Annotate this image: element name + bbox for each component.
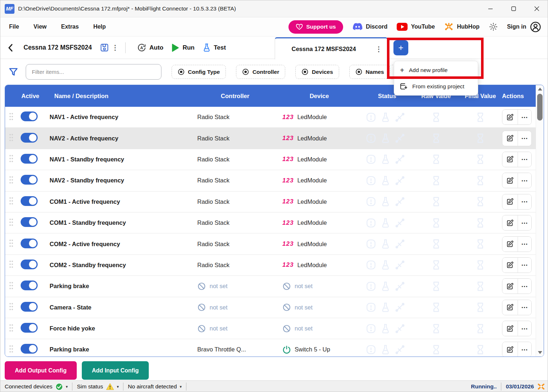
more-actions-button[interactable]: ...	[518, 110, 531, 125]
add-profile-button[interactable]: +	[393, 40, 408, 55]
drag-handle-icon[interactable]	[9, 218, 14, 227]
menu-item-add-new-profile[interactable]: + Add new profile	[394, 62, 478, 78]
active-toggle[interactable]	[21, 154, 38, 164]
config-name[interactable]: NAV1 - Active frequency	[50, 114, 193, 121]
more-actions-button[interactable]: ...	[518, 194, 531, 209]
theme-toggle-icon[interactable]	[489, 22, 498, 31]
scroll-down-icon[interactable]	[538, 351, 542, 354]
drag-handle-icon[interactable]	[9, 323, 14, 333]
menu-view[interactable]: View	[28, 21, 52, 32]
connected-devices-status[interactable]: Connected devices ▾	[0, 383, 72, 391]
youtube-link[interactable]: YouTube	[397, 23, 435, 31]
edit-config-button[interactable]	[502, 342, 518, 357]
discord-link[interactable]: Discord	[353, 23, 388, 31]
project-kebab-icon[interactable]: ⋮	[109, 43, 122, 52]
config-name[interactable]: Parking brake	[50, 346, 193, 353]
drag-handle-icon[interactable]	[9, 344, 14, 354]
auto-toggle[interactable]: A Auto	[137, 43, 164, 52]
maximize-button[interactable]	[502, 0, 525, 17]
drag-handle-icon[interactable]	[9, 281, 14, 290]
config-name[interactable]: Parking brake	[50, 283, 193, 290]
scroll-up-icon[interactable]	[538, 88, 542, 90]
test-button[interactable]: Test	[203, 43, 226, 52]
back-icon[interactable]	[8, 43, 13, 52]
more-actions-button[interactable]: ...	[518, 342, 531, 357]
active-toggle[interactable]	[21, 196, 38, 206]
drag-handle-icon[interactable]	[9, 302, 14, 311]
project-toolbar: Cessna 172 MSFS2024 ⋮ A Auto Run Test	[0, 37, 548, 59]
save-icon[interactable]	[100, 43, 109, 52]
config-name[interactable]: Force hide yoke	[50, 325, 193, 332]
active-toggle[interactable]	[21, 323, 38, 333]
edit-config-button[interactable]	[502, 131, 518, 146]
scrollbar-thumb[interactable]	[537, 94, 543, 121]
active-toggle[interactable]	[21, 344, 38, 354]
edit-config-button[interactable]	[502, 300, 518, 315]
drag-handle-icon[interactable]	[9, 175, 14, 185]
edit-config-button[interactable]	[502, 258, 518, 273]
active-toggle[interactable]	[21, 217, 38, 227]
minimize-button[interactable]	[479, 0, 502, 17]
edit-config-button[interactable]	[502, 194, 518, 209]
active-toggle[interactable]	[21, 175, 38, 185]
config-name[interactable]: NAV1 - Standby frequency	[50, 156, 193, 163]
run-button[interactable]: Run	[171, 43, 194, 52]
drag-handle-icon[interactable]	[9, 133, 14, 142]
drag-handle-icon[interactable]	[9, 112, 14, 121]
more-actions-button[interactable]: ...	[518, 258, 531, 273]
vertical-scrollbar[interactable]	[536, 85, 544, 357]
config-name[interactable]: COM1 - Standby frequency	[50, 219, 193, 226]
sim-status[interactable]: Sim status ▾	[72, 383, 123, 390]
add-input-config-button[interactable]: Add Input Config	[82, 361, 149, 380]
filter-chip-controller[interactable]: Controller	[236, 65, 285, 79]
menu-item-from-existing-project[interactable]: From existing project	[394, 78, 478, 94]
active-toggle[interactable]	[21, 239, 38, 248]
more-actions-button[interactable]: ...	[518, 321, 531, 336]
more-actions-button[interactable]: ...	[518, 300, 531, 315]
hubhop-link[interactable]: HubHop	[444, 22, 479, 31]
menu-file[interactable]: File	[3, 21, 25, 32]
menu-help[interactable]: Help	[88, 21, 112, 32]
active-toggle[interactable]	[21, 281, 38, 290]
config-name[interactable]: NAV2 - Active frequency	[50, 135, 193, 142]
more-actions-button[interactable]: ...	[518, 173, 531, 188]
edit-config-button[interactable]	[502, 321, 518, 336]
sign-in-button[interactable]: Sign in	[507, 21, 541, 33]
config-name[interactable]: COM1 - Active frequency	[50, 198, 193, 205]
add-output-config-button[interactable]: Add Output Config	[5, 361, 77, 380]
edit-config-button[interactable]	[502, 173, 518, 188]
menu-extras[interactable]: Extras	[55, 21, 85, 32]
edit-config-button[interactable]	[502, 279, 518, 294]
support-us-button[interactable]: Support us	[288, 20, 343, 34]
filter-items-input[interactable]	[26, 64, 161, 80]
drag-handle-icon[interactable]	[9, 196, 14, 206]
drag-handle-icon[interactable]	[9, 239, 14, 248]
active-toggle[interactable]	[21, 133, 38, 143]
more-actions-button[interactable]: ...	[518, 215, 531, 230]
edit-config-button[interactable]	[502, 152, 518, 167]
close-button[interactable]	[525, 0, 548, 17]
config-name[interactable]: NAV2 - Standby frequency	[50, 177, 193, 184]
tab-kebab-icon[interactable]: ⋮	[372, 44, 385, 54]
active-toggle[interactable]	[21, 111, 38, 121]
tab-cessna-172-msfs2024[interactable]: Cessna 172 MSFS2024 ⋮	[275, 37, 388, 59]
edit-config-button[interactable]	[502, 237, 518, 252]
more-actions-button[interactable]: ...	[518, 152, 531, 167]
more-actions-button[interactable]: ...	[518, 279, 531, 294]
config-name[interactable]: Camera - State	[50, 304, 193, 311]
filter-chip-names[interactable]: Names	[349, 65, 390, 79]
more-actions-button[interactable]: ...	[518, 131, 531, 146]
active-toggle[interactable]	[21, 260, 38, 269]
active-toggle[interactable]	[21, 302, 38, 312]
drag-handle-icon[interactable]	[9, 260, 14, 269]
aircraft-status[interactable]: No aircraft detected ▾	[123, 383, 186, 390]
raw-value-cell	[413, 112, 459, 123]
edit-config-button[interactable]	[502, 215, 518, 230]
filter-chip-devices[interactable]: Devices	[295, 65, 339, 79]
edit-config-button[interactable]	[502, 110, 518, 125]
drag-handle-icon[interactable]	[9, 154, 14, 163]
filter-chip-config-type[interactable]: Config Type	[172, 65, 226, 79]
more-actions-button[interactable]: ...	[518, 237, 531, 252]
config-name[interactable]: COM2 - Active frequency	[50, 241, 193, 248]
config-name[interactable]: COM2 - Standby frequency	[50, 262, 193, 269]
